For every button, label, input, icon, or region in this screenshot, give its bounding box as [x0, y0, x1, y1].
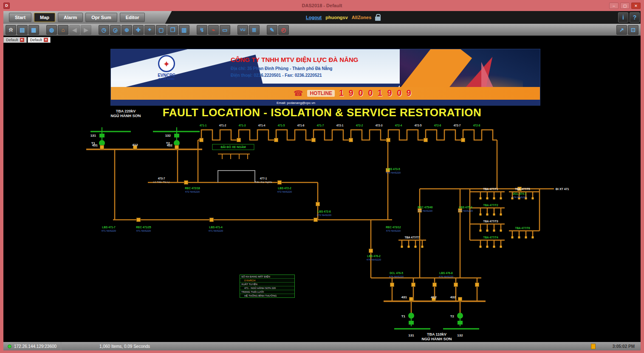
switch-junction[interactable] [349, 138, 353, 142]
switch-junction[interactable] [390, 283, 394, 287]
trend-chart-button[interactable]: ↗ [616, 25, 627, 35]
info-box-row: TRẠNG THÁI LƯỚI [240, 290, 294, 294]
svg-text:131: 131 [90, 134, 96, 137]
vu-meter-button[interactable]: VU [237, 25, 248, 35]
feeder-tap-label: 472-7 [454, 124, 461, 127]
system-clock-button[interactable]: ◴ [278, 25, 289, 35]
device-feeder-label: 473 NHS220 [386, 171, 401, 174]
menu-tabs: StartMapAlarmOpr SumEditor [3, 11, 172, 24]
transformer-t2-110[interactable] [457, 313, 463, 325]
switch-junction[interactable] [369, 249, 373, 253]
switch-junction[interactable] [312, 138, 316, 142]
map-canvas[interactable]: Email: pcdanang@cpc.vn ✦ EVNCPC PC ĐÀ NẴ… [3, 43, 641, 342]
save-button[interactable]: ▤ [17, 25, 28, 35]
menu-tab-start[interactable]: Start [9, 13, 31, 22]
clock-time: 3:05:02 PM [613, 344, 635, 349]
distribution-substation[interactable] [398, 240, 426, 248]
device-name-label: DCL 476-5 [390, 272, 403, 275]
help-button[interactable]: ? [630, 12, 640, 22]
switch-junction[interactable] [458, 297, 462, 301]
svg-text:Đi XT 471: Đi XT 471 [556, 188, 569, 191]
menu-tab-map[interactable]: Map [34, 13, 55, 22]
info-button[interactable]: i [618, 12, 628, 22]
forward-button[interactable]: ▶ [81, 25, 91, 35]
switch-junction[interactable] [237, 138, 241, 142]
close-button[interactable]: ✕ [631, 3, 641, 9]
close-tab-icon[interactable]: ✕ [44, 38, 48, 42]
network-diagram[interactable]: BÃI ĐỖ XE NGẦM TBA 477/T1TBA 477/T2TBA 4… [3, 43, 641, 342]
switch-junction[interactable] [412, 283, 415, 287]
toolbar-right-buttons: ↗⊡ [616, 25, 639, 35]
feeder-tap-label: 472-4 [395, 124, 402, 127]
substation-name: TBA 477/T2 [483, 204, 498, 207]
page-tab-0[interactable]: Default✕ [3, 37, 27, 43]
substation-name: TBA 477/T4 [483, 236, 498, 239]
switch-junction[interactable] [184, 181, 188, 185]
refresh-globe-button[interactable]: ◍ [46, 25, 57, 35]
find-page-button[interactable]: ▢ [156, 25, 167, 35]
menu-tab-opr-sum[interactable]: Opr Sum [85, 13, 117, 22]
monitor-button[interactable]: ▭ [220, 25, 230, 35]
switch-junction[interactable] [210, 218, 214, 222]
parking-station[interactable]: BÃI ĐỖ XE NGẦM [212, 144, 254, 159]
clock-history-button[interactable]: ◷ [99, 25, 109, 35]
distribution-substation[interactable] [509, 231, 539, 238]
statusbar: 172.26.144.129:23600 1,060 Items, 0.09 S… [3, 342, 641, 350]
maximize-button[interactable]: ▢ [620, 3, 630, 9]
document-button[interactable]: ▥ [179, 25, 189, 35]
new-window-button[interactable]: ❐ [167, 25, 178, 35]
annotate-pencil-button[interactable]: ✎ [267, 25, 277, 35]
logout-button[interactable]: Logout [306, 15, 322, 20]
switching-tools-button[interactable]: ↯ [197, 25, 207, 35]
distribution-substation[interactable] [470, 208, 505, 216]
back-button[interactable]: ◀ [69, 25, 80, 35]
home-button[interactable]: ⌂ [58, 25, 68, 35]
switch-junction[interactable] [454, 283, 458, 287]
zoom-in-button[interactable]: ⊕ [121, 25, 132, 35]
minimize-button[interactable]: – [609, 3, 619, 9]
device-feeder-label: 471 NHS220 [209, 230, 223, 232]
distribution-substation[interactable] [470, 240, 505, 248]
print-button[interactable]: ⊡ [628, 25, 638, 35]
switch-junction[interactable] [475, 283, 479, 287]
switch-junction[interactable] [278, 181, 282, 185]
distribution-substation[interactable] [470, 224, 505, 232]
switch-junction[interactable] [461, 138, 465, 142]
device-name-label: REC 473/12 [386, 226, 401, 229]
switch-junction[interactable] [387, 138, 390, 142]
items-count: 1,060 Items, 0.09 Seconds [99, 344, 150, 349]
svg-text:412: 412 [431, 295, 437, 299]
switch-junction[interactable] [314, 218, 318, 222]
layout-button[interactable]: ≣ [249, 25, 260, 35]
toolbar: ⍾▤▦◍⌂◀▶◷◶⊕✚⌖▢❐▥↯⌁▭VU≣✎◴ ↗⊡ [3, 24, 641, 36]
switch-junction[interactable] [424, 138, 428, 142]
switch-junction[interactable] [316, 202, 320, 206]
device-feeder-label: 476 NHS220 [367, 258, 381, 261]
fault-path-button[interactable]: ⌁ [208, 25, 219, 35]
device-feeder-label: 476 NHS220 [439, 275, 454, 278]
switch-junction[interactable] [410, 297, 413, 301]
switch-junction[interactable] [100, 146, 104, 149]
close-tab-icon[interactable]: ✕ [20, 38, 24, 42]
menu-tab-editor[interactable]: Editor [120, 13, 145, 22]
distribution-substation[interactable] [470, 192, 505, 199]
alarm-bell-button[interactable]: ⍾ [6, 25, 16, 35]
switch-junction[interactable] [200, 138, 203, 142]
switch-junction[interactable] [175, 146, 179, 149]
transformer-t1-110[interactable] [408, 313, 414, 325]
device-feeder-label: 472 NHS220 [317, 214, 332, 216]
pan-button[interactable]: ✚ [133, 25, 144, 35]
window-title: DAS2018 - Default [0, 3, 644, 8]
clock-realtime-button[interactable]: ◶ [110, 25, 121, 35]
page-tab-1[interactable]: Default✕ [28, 37, 51, 43]
zoom-window-button[interactable]: ⌖ [144, 25, 155, 35]
lock-icon [375, 17, 381, 21]
menu-tab-alarm[interactable]: Alarm [58, 13, 83, 22]
feeder-loop-line [198, 130, 497, 140]
switch-junction[interactable] [137, 218, 141, 222]
device-name-label: REC 475/40 [418, 206, 433, 209]
switch-junction[interactable] [433, 283, 437, 287]
tile-windows-button[interactable]: ▦ [28, 25, 39, 35]
switch-junction[interactable] [274, 138, 278, 142]
zone-selector[interactable]: AllZones [352, 15, 371, 20]
